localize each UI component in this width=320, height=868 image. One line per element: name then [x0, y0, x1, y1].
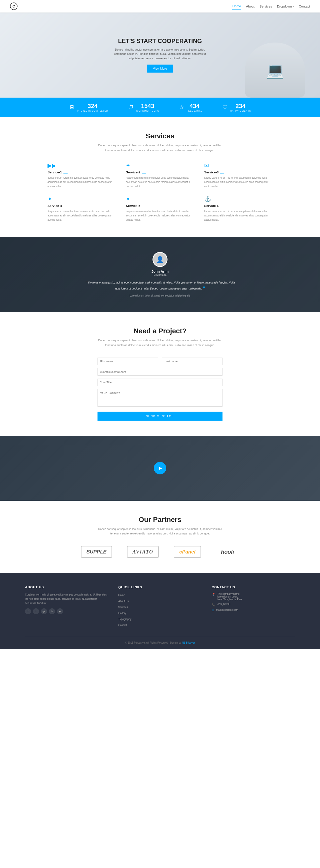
- footer-link-about[interactable]: About Us: [118, 598, 201, 603]
- logo-icon: C: [10, 2, 18, 10]
- social-linkedin[interactable]: in: [49, 608, 55, 614]
- partner-cpanel: cPanel: [174, 546, 201, 558]
- footer-about-text: Curabitur non nulla sit amet cobitur cam…: [25, 592, 108, 605]
- stat-clients-number: 234: [230, 102, 251, 110]
- testimonial-name: John Arim: [10, 270, 310, 274]
- submit-button[interactable]: SEND MESSAGE: [97, 412, 223, 421]
- service-5-icon: ✦: [126, 196, 194, 203]
- stat-projects-label: PROJECTS COMPLETED: [77, 110, 108, 112]
- footer-link-contact[interactable]: Contact: [118, 623, 201, 627]
- feedbacks-icon: ☆: [179, 104, 184, 111]
- service-6-desc: Itaque earum rerum hic tenetur asap tent…: [204, 209, 273, 222]
- video-section: [0, 436, 320, 501]
- social-facebook[interactable]: f: [25, 608, 31, 614]
- footer-link-home[interactable]: Home: [118, 592, 201, 597]
- footer-about-title: ABOUT US: [25, 585, 108, 589]
- stat-hours-number: 1543: [136, 102, 159, 110]
- footer-designer-link[interactable]: N1 Slipover: [182, 641, 195, 644]
- nav-dropdown[interactable]: Dropdown ▾: [277, 3, 294, 9]
- footer-link-services[interactable]: Services: [118, 604, 201, 609]
- service-2: ✦ Service-2 Itaque earum rerum hic tenet…: [126, 162, 194, 188]
- testimonial-avatar: 👤: [153, 252, 167, 267]
- social-google[interactable]: g+: [41, 608, 47, 614]
- stat-clients: ♡ 234 HAPPY CLIENTS: [223, 102, 251, 112]
- footer-bottom: © 2016 Pervasive. All Rights Reserved | …: [25, 641, 295, 644]
- footer-about: ABOUT US Curabitur non nulla sit amet co…: [25, 585, 108, 628]
- nav-links: Home About Services Dropdown ▾ Contact: [232, 3, 310, 9]
- service-6-title: Service-6: [204, 204, 273, 208]
- stat-projects-number: 324: [77, 102, 108, 110]
- footer-address: 📍 The company namelorem ipsum dolor,New …: [212, 592, 295, 601]
- last-name-input[interactable]: [162, 358, 223, 365]
- email-icon: ✉: [212, 609, 214, 612]
- stats-bar: 🖥 324 PROJECTS COMPLETED ⏱ 1543 WORKING …: [0, 98, 320, 117]
- first-name-input[interactable]: [97, 358, 158, 365]
- contact-subtitle: Donec consequat sapien id leo cursus rho…: [97, 338, 223, 347]
- stat-feedbacks-label: FEEDBACKS: [187, 110, 203, 112]
- navbar: C Home About Services Dropdown ▾ Contact: [0, 0, 320, 12]
- footer-email: ✉ mail@example.com: [212, 609, 295, 612]
- quote-close-icon: ": [203, 285, 205, 291]
- service-2-title: Service-2: [126, 170, 194, 174]
- email-input[interactable]: [97, 368, 223, 376]
- hero-section: LET'S START COOPERATING Donec mi nulla, …: [0, 12, 320, 98]
- services-subtitle: Donec consequat sapien id leo cursus rho…: [97, 143, 223, 152]
- services-grid: ▶▶ Service-1 Itaque earum rerum hic tene…: [47, 162, 273, 222]
- footer-contact-title: CONTACT US: [212, 585, 295, 589]
- service-4-desc: Itaque earum rerum hic tenetur asap tent…: [47, 209, 116, 222]
- social-twitter[interactable]: t: [33, 608, 39, 614]
- footer-links-list: Home About Us Services Gallery Typograph…: [118, 592, 201, 627]
- phone-icon: 📞: [212, 603, 216, 607]
- hero-button[interactable]: View More: [147, 65, 173, 72]
- footer-phone: 📞 (234)67890: [212, 603, 295, 607]
- footer-phone-text: (234)67890: [218, 603, 230, 606]
- service-1: ▶▶ Service-1 Itaque earum rerum hic tene…: [47, 162, 116, 188]
- footer-email-text: mail@example.com: [216, 609, 238, 611]
- footer-social: f t g+ in ▶: [25, 608, 108, 614]
- service-6-icon: ⚓: [204, 196, 273, 203]
- location-icon: 📍: [212, 593, 216, 596]
- contact-title: Need a Project?: [25, 327, 295, 335]
- service-4-icon: ✦: [47, 196, 116, 203]
- partner-supple: SUPPLE: [81, 546, 112, 558]
- footer: ABOUT US Curabitur non nulla sit amet co…: [0, 573, 320, 649]
- services-title: Services: [25, 132, 295, 140]
- clients-icon: ♡: [223, 104, 227, 111]
- testimonial-role: Devlor fatra: [10, 274, 310, 276]
- stat-clients-label: HAPPY CLIENTS: [230, 110, 251, 112]
- stat-hours-label: WORKING HOURS: [136, 110, 159, 112]
- service-5-desc: Itaque earum rerum hic tenetur asap tent…: [126, 209, 194, 222]
- services-section: Services Donec consequat sapien id leo c…: [0, 117, 320, 237]
- testimonial-quote-text: " Vivamus magna justo, lacinia eget cons…: [85, 280, 235, 291]
- service-2-desc: Itaque earum rerum hic tenetur asap tent…: [126, 176, 194, 188]
- nav-about[interactable]: About: [246, 3, 255, 9]
- stat-feedbacks: ☆ 434 FEEDBACKS: [179, 102, 203, 112]
- service-5-title: Service-5: [126, 204, 194, 208]
- nav-dropdown-label[interactable]: Dropdown: [277, 3, 292, 9]
- service-1-desc: Itaque earum rerum hic tenetur asap tent…: [47, 176, 116, 188]
- nav-services[interactable]: Services: [259, 3, 272, 9]
- footer-contact: CONTACT US 📍 The company namelorem ipsum…: [212, 585, 295, 628]
- service-1-title: Service-1: [47, 170, 116, 174]
- footer-links: QUICK LINKS Home About Us Services Galle…: [118, 585, 201, 628]
- partners-grid: SUPPLE AVIATO cPanel hooli: [25, 546, 295, 558]
- nav-contact[interactable]: Contact: [299, 3, 310, 9]
- service-4-title: Service-4: [47, 204, 116, 208]
- partners-section: Our Partners Donec consequat sapien id l…: [0, 501, 320, 573]
- hours-icon: ⏱: [128, 104, 134, 111]
- social-youtube[interactable]: ▶: [57, 608, 63, 614]
- service-3: ✉ Service-3 Itaque earum rerum hic tenet…: [204, 162, 273, 188]
- footer-copyright: © 2016 Pervasive. All Rights Reserved | …: [125, 641, 181, 644]
- play-button[interactable]: [154, 462, 166, 474]
- footer-link-gallery[interactable]: Gallery: [118, 611, 201, 615]
- partners-subtitle: Donec consequat sapien id leo cursus rho…: [97, 527, 223, 536]
- footer-grid: ABOUT US Curabitur non nulla sit amet co…: [25, 585, 295, 628]
- title-input[interactable]: [97, 379, 223, 386]
- testimonial-section: 👤 John Arim Devlor fatra " Vivamus magna…: [0, 237, 320, 312]
- footer-link-typography[interactable]: Typography: [118, 617, 201, 621]
- footer-address-text: The company namelorem ipsum dolor,New Yo…: [218, 592, 242, 601]
- nav-home[interactable]: Home: [232, 3, 241, 9]
- comment-textarea[interactable]: [97, 389, 223, 407]
- hero-content: LET'S START COOPERATING Donec mi nulla, …: [110, 37, 210, 73]
- logo[interactable]: C: [10, 2, 18, 10]
